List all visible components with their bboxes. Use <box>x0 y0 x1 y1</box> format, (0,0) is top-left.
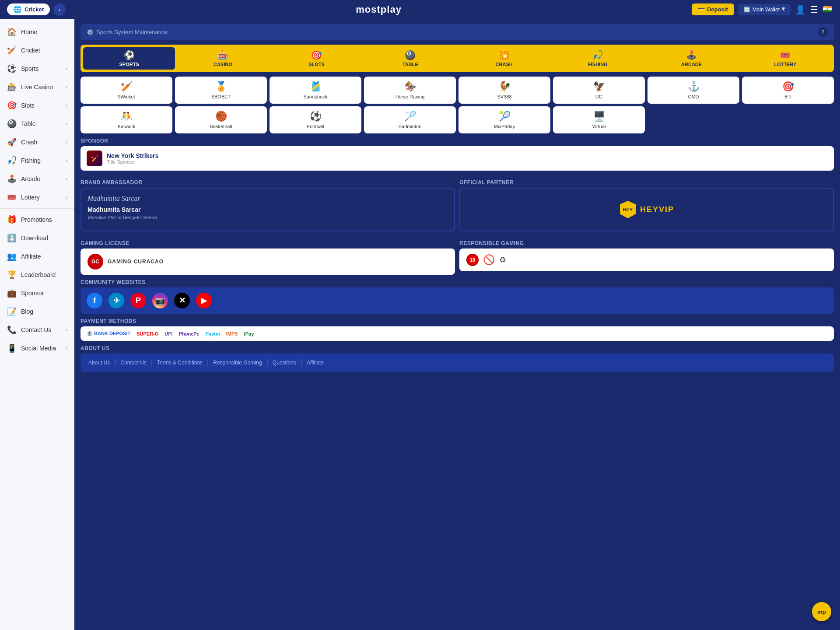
pinterest-button[interactable]: P <box>130 293 146 308</box>
questions-link[interactable]: Questions <box>271 360 298 366</box>
payment-bank: 🏦 BANK DEPOSIT <box>87 331 130 336</box>
sidebar-item-slots[interactable]: 🎯 Slots › <box>0 96 74 115</box>
ug-icon: 🦅 <box>593 81 605 92</box>
chevron-icon: › <box>66 176 67 182</box>
responsible-gaming-section: Responsible Gaming 18 🚫 ♻ <box>459 236 834 275</box>
slots-tab-icon: 🎯 <box>311 50 322 60</box>
sidebar-item-social-media[interactable]: 📱 Social Media › <box>0 339 74 357</box>
ambassador-title: Versatile Star of Bengali Cinema <box>88 215 157 220</box>
sidebar-item-crash[interactable]: 🚀 Crash › <box>0 133 74 151</box>
facebook-button[interactable]: f <box>87 293 102 308</box>
tab-arcade[interactable]: 🕹️ ARCADE <box>646 47 738 70</box>
sidebar-item-sports[interactable]: ⚽ Sports › <box>0 60 74 78</box>
table-icon: 🎱 <box>7 119 17 129</box>
tab-sports[interactable]: ⚽ SPORTS <box>83 47 175 70</box>
sidebar-item-sponsor[interactable]: 💼 Sponsor <box>0 284 74 302</box>
responsible-gaming-link[interactable]: Responsible Gaming <box>211 360 263 366</box>
9wicket-icon: 🏏 <box>121 81 133 92</box>
user-icon-button[interactable]: 👤 <box>795 4 806 15</box>
about-us-link[interactable]: About Us <box>87 360 112 366</box>
partner-card: HEY HEYVIP <box>459 188 834 231</box>
gear-icon: ⚙️ <box>87 29 94 35</box>
main-content: ⚙️ Sports System Maintenance ? ⚽ SPORTS … <box>74 19 840 630</box>
affiliate-link[interactable]: Affiliate <box>305 360 326 366</box>
tab-crash[interactable]: 💥 CRASH <box>458 47 550 70</box>
ambassador-partner-section: Brand Ambassador Madhumita Sarcar Madhum… <box>80 175 834 231</box>
sport-card-football[interactable]: ⚽ Football <box>270 106 361 133</box>
telegram-button[interactable]: ✈ <box>108 293 124 308</box>
sport-card-horse-racing[interactable]: 🏇 Horse Racing <box>364 77 456 104</box>
crash-tab-icon: 💥 <box>499 50 510 60</box>
deposit-button[interactable]: 💳 Deposit <box>692 4 734 15</box>
chevron-icon: › <box>66 345 67 351</box>
gaming-license-label: Gaming License <box>80 240 455 246</box>
table-tab-icon: 🎱 <box>405 50 416 60</box>
chevron-icon: › <box>66 327 67 333</box>
slots-icon: 🎯 <box>7 101 17 110</box>
cricket-pill[interactable]: 🌐 Cricket <box>7 4 50 15</box>
sponsor-icon: 💼 <box>7 288 17 298</box>
sport-card-basketball[interactable]: 🏀 Basketball <box>175 106 267 133</box>
tab-lottery[interactable]: 🎟️ LOTTERY <box>739 47 831 70</box>
sport-card-bti[interactable]: 🎯 BTi <box>742 77 834 104</box>
license-gaming-section: Gaming License GC GAMING CURACAO Respons… <box>80 236 834 275</box>
about-us-bar: About Us | Contact Us | Terms & Conditio… <box>80 354 834 372</box>
sports-grid-row1: 🏏 9Wicket 🏅 SBOBET 🎽 Sportsbook 🏇 Horse … <box>80 77 834 104</box>
download-icon: ⬇️ <box>7 233 17 243</box>
sidebar-item-download[interactable]: ⬇️ Download <box>0 229 74 247</box>
tab-table[interactable]: 🎱 TABLE <box>364 47 456 70</box>
sidebar-item-lottery[interactable]: 🎟️ Lottery › <box>0 188 74 206</box>
horse-racing-icon: 🏇 <box>404 81 416 92</box>
sidebar-item-arcade[interactable]: 🕹️ Arcade › <box>0 170 74 188</box>
sidebar-item-table[interactable]: 🎱 Table › <box>0 115 74 133</box>
sport-card-kabaddi[interactable]: 🤼 Kabaddi <box>80 106 172 133</box>
sidebar-item-fishing[interactable]: 🎣 Fishing › <box>0 151 74 170</box>
sport-card-badminton[interactable]: 🏸 Badminton <box>364 106 456 133</box>
terms-link[interactable]: Terms & Conditions <box>155 360 204 366</box>
payment-section-label: Payment Methods <box>80 318 834 324</box>
about-us-section-label: About Us <box>80 345 834 351</box>
sport-card-sv388[interactable]: 🐓 SV388 <box>458 77 550 104</box>
license-text: GAMING CURACAO <box>108 259 164 265</box>
sidebar-item-leaderboard[interactable]: 🏆 Leaderboard <box>0 266 74 284</box>
sport-card-cmd[interactable]: ⚓ CMD <box>648 77 739 104</box>
sports-icon: ⚽ <box>7 64 17 74</box>
contact-us-link[interactable]: Contact Us <box>119 360 148 366</box>
tab-fishing[interactable]: 🎣 FISHING <box>552 47 644 70</box>
sport-card-virtual[interactable]: 🖥️ Virtual <box>553 106 645 133</box>
sidebar-item-home[interactable]: 🏠 Home <box>0 23 74 41</box>
back-button[interactable]: ‹ <box>53 4 66 16</box>
sidebar-item-live-casino[interactable]: 🎰 Live Casino › <box>0 78 74 96</box>
twitter-button[interactable]: ✕ <box>174 293 190 308</box>
sidebar-item-blog[interactable]: 📝 Blog <box>0 302 74 321</box>
chevron-icon: › <box>66 66 67 72</box>
tab-slots[interactable]: 🎯 SLOTS <box>271 47 363 70</box>
sport-card-ug[interactable]: 🦅 UG <box>553 77 645 104</box>
language-flag[interactable]: 🇮🇳 <box>822 4 833 15</box>
sport-card-sportsbook[interactable]: 🎽 Sportsbook <box>270 77 361 104</box>
floating-chat-button[interactable]: mp <box>812 602 831 621</box>
wallet-button[interactable]: 🔄 Main Wallet ₹ <box>738 4 791 15</box>
sidebar-item-contact-us[interactable]: 📞 Contact Us › <box>0 321 74 339</box>
sidebar-item-affiliate[interactable]: 👥 Affiliate <box>0 247 74 266</box>
age-badge: 18 <box>466 254 479 266</box>
sport-card-9wicket[interactable]: 🏏 9Wicket <box>80 77 172 104</box>
sidebar-divider <box>0 208 74 209</box>
sport-card-sbobet[interactable]: 🏅 SBOBET <box>175 77 267 104</box>
payment-paytm: Paytm <box>206 331 220 336</box>
payment-upi: UPI <box>164 331 172 336</box>
lottery-tab-icon: 🎟️ <box>780 50 791 60</box>
sport-card-mixparlay[interactable]: 🎾 MixParlay <box>458 106 550 133</box>
instagram-button[interactable]: 📷 <box>152 293 168 308</box>
sponsor-name: New York Strikers <box>107 152 159 159</box>
payment-ipay: iPay <box>244 331 254 336</box>
home-icon: 🏠 <box>7 27 17 37</box>
menu-icon-button[interactable]: ☰ <box>810 4 818 15</box>
sv388-icon: 🐓 <box>499 81 511 92</box>
youtube-button[interactable]: ▶ <box>196 293 212 308</box>
tab-casino[interactable]: 🎰 CASINO <box>177 47 269 70</box>
contact-icon: 📞 <box>7 325 17 335</box>
sidebar-item-promotions[interactable]: 🎁 Promotions <box>0 210 74 229</box>
sidebar-item-cricket[interactable]: 🏏 Cricket <box>0 41 74 60</box>
info-button[interactable]: ? <box>818 27 828 37</box>
